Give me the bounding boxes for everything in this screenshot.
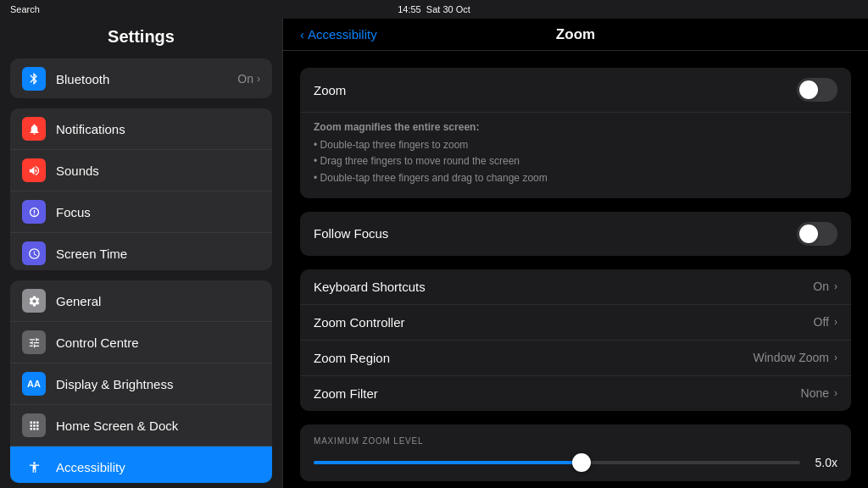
control-icon [22, 330, 46, 354]
sidebar-item-homescreen[interactable]: Home Screen & Dock [10, 405, 272, 446]
zoom-controller-chevron: › [834, 316, 837, 328]
zoom-region-value: Window Zoom [754, 351, 829, 364]
settings-group-notifications: Notifications Sounds Focus [10, 108, 272, 270]
sounds-icon [22, 158, 46, 182]
accessibility-icon [22, 455, 46, 479]
zoom-region-row[interactable]: Zoom Region Window Zoom › [300, 341, 851, 376]
sidebar-item-focus[interactable]: Focus [10, 191, 272, 233]
homescreen-icon [22, 413, 46, 437]
bluetooth-icon [22, 67, 46, 91]
follow-focus-toggle[interactable] [797, 222, 837, 246]
zoom-filter-label: Zoom Filter [314, 386, 801, 401]
status-bar: Search 14:55 Sat 30 Oct [0, 0, 868, 19]
sidebar-item-notifications[interactable]: Notifications [10, 108, 272, 150]
zoom-controller-row[interactable]: Zoom Controller Off › [300, 305, 851, 341]
sidebar-item-bluetooth[interactable]: Bluetooth On › [10, 58, 272, 98]
follow-focus-row: Follow Focus [300, 212, 851, 256]
general-icon [22, 289, 46, 313]
search-label: Search [10, 4, 40, 14]
back-label: Accessibility [308, 27, 377, 42]
options-card: Keyboard Shortcuts On › Zoom Controller … [300, 269, 851, 411]
zoom-filter-chevron: › [834, 387, 837, 399]
left-panel: Settings Bluetooth On › Notifications [0, 0, 283, 488]
notifications-icon [22, 117, 46, 141]
focus-label: Focus [56, 205, 260, 219]
right-content: Zoom Zoom magnifies the entire screen: •… [283, 51, 868, 488]
keyboard-shortcuts-label: Keyboard Shortcuts [314, 280, 813, 294]
follow-focus-card: Follow Focus [300, 212, 851, 256]
notifications-label: Notifications [56, 122, 260, 136]
slider-value: 5.0x [810, 456, 837, 469]
zoom-region-chevron: › [834, 352, 837, 363]
sidebar-item-screentime[interactable]: Screen Time [10, 233, 272, 270]
sidebar-item-accessibility[interactable]: Accessibility [10, 446, 272, 483]
keyboard-shortcuts-chevron: › [834, 280, 837, 292]
back-button[interactable]: ‹ Accessibility [300, 27, 377, 42]
sounds-label: Sounds [56, 164, 260, 178]
zoom-label: Zoom [314, 83, 797, 97]
zoom-description: Zoom magnifies the entire screen: • Doub… [300, 113, 851, 198]
sidebar-item-general[interactable]: General [10, 280, 272, 322]
settings-group-bluetooth: Bluetooth On › [10, 58, 272, 98]
slider-track[interactable] [314, 461, 800, 464]
display-icon: AA [22, 372, 46, 396]
zoom-region-label: Zoom Region [314, 351, 754, 365]
zoom-controller-label: Zoom Controller [314, 315, 814, 330]
slider-label: MAXIMUM ZOOM LEVEL [314, 436, 837, 446]
page-title: Zoom [556, 26, 595, 43]
zoom-desc-bullet-3: • Double-tap three fingers and drag to c… [314, 170, 837, 186]
focus-icon [22, 200, 46, 224]
zoom-toggle-row: Zoom [300, 68, 851, 113]
slider-row: 5.0x [314, 456, 837, 469]
slider-thumb[interactable] [572, 453, 591, 472]
display-label: Display & Brightness [56, 377, 260, 391]
zoom-toggle-thumb [799, 80, 818, 99]
right-panel: ‹ Accessibility Zoom Zoom Zoom magnifies… [283, 0, 868, 488]
follow-focus-toggle-thumb [799, 225, 818, 243]
zoom-card: Zoom Zoom magnifies the entire screen: •… [300, 68, 851, 198]
bluetooth-value: On [237, 72, 253, 86]
settings-group-general: General Control Centre AA Display & Brig… [10, 280, 272, 483]
bluetooth-label: Bluetooth [56, 72, 237, 86]
general-label: General [56, 294, 260, 308]
zoom-filter-row[interactable]: Zoom Filter None › [300, 376, 851, 411]
zoom-desc-bullet-2: • Drag three fingers to move round the s… [314, 153, 837, 169]
status-bar-time: 14:55 Sat 30 Oct [398, 4, 470, 14]
keyboard-shortcuts-value: On [813, 280, 829, 293]
bluetooth-chevron: › [257, 73, 260, 85]
zoom-controller-value: Off [814, 315, 829, 329]
zoom-filter-value: None [801, 386, 829, 400]
screentime-icon [22, 241, 46, 265]
zoom-desc-bullet-1: • Double-tap three fingers to zoom [314, 137, 837, 153]
right-header: ‹ Accessibility Zoom [283, 19, 868, 51]
slider-fill [314, 461, 581, 464]
settings-title: Settings [0, 19, 282, 53]
sidebar-item-sounds[interactable]: Sounds [10, 150, 272, 191]
accessibility-label: Accessibility [56, 460, 260, 474]
back-chevron-icon: ‹ [300, 27, 304, 42]
sidebar-item-control[interactable]: Control Centre [10, 322, 272, 363]
follow-focus-label: Follow Focus [314, 226, 797, 241]
keyboard-shortcuts-row[interactable]: Keyboard Shortcuts On › [300, 269, 851, 305]
status-bar-left: Search [10, 4, 40, 14]
zoom-desc-title: Zoom magnifies the entire screen: [314, 119, 837, 136]
zoom-toggle[interactable] [797, 78, 837, 102]
screentime-label: Screen Time [56, 247, 260, 261]
control-label: Control Centre [56, 336, 260, 350]
zoom-level-slider-section: MAXIMUM ZOOM LEVEL 5.0x [300, 424, 851, 481]
sidebar-item-display[interactable]: AA Display & Brightness [10, 363, 272, 405]
homescreen-label: Home Screen & Dock [56, 419, 260, 433]
